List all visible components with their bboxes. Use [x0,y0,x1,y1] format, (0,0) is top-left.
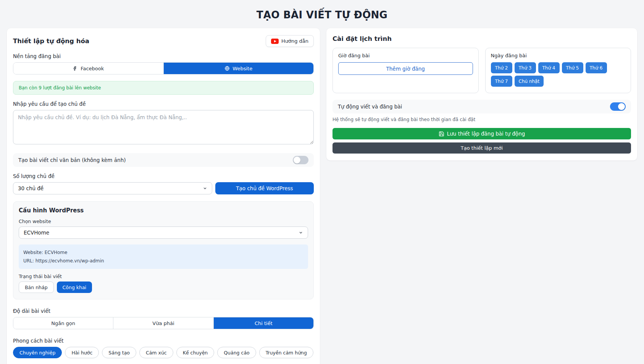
site-info-website-line: Website: ECVHome [23,248,303,257]
schedule-heading: Cài đặt lịch trình [332,35,631,42]
wordpress-config: Cấu hình WordPress Chọn website ECVHome … [13,201,314,299]
auto-post-caption: Hệ thống sẽ tự động viết và đăng bài the… [332,117,631,122]
day-button-sat[interactable]: Thứ 7 [491,76,512,87]
length-group: Ngắn gọn Vừa phải Chi tiết [13,317,314,329]
style-pill-humorous[interactable]: Hài hước [65,347,99,358]
length-label: Độ dài bài viết [13,308,314,314]
guide-button-label: Hướng dẫn [281,38,308,44]
platform-facebook-label: Facebook [81,66,104,71]
automation-heading: Thiết lập tự động hóa [13,37,89,45]
auto-post-toggle-label: Tự động viết và đăng bài [338,104,402,110]
wordpress-heading: Cấu hình WordPress [19,207,308,214]
style-pill-advertising[interactable]: Quảng cáo [217,347,256,358]
length-medium-button[interactable]: Vừa phải [113,317,213,329]
page-title: TẠO BÀI VIẾT TỰ ĐỘNG [0,0,644,28]
day-button-sun[interactable]: Chủ nhật [515,76,544,87]
facebook-icon [73,66,78,71]
style-pill-professional[interactable]: Chuyên nghiệp [13,347,62,358]
guide-button[interactable]: Hướng dẫn [266,35,314,47]
style-pill-storytelling[interactable]: Kể chuyện [176,347,215,358]
day-button-thu[interactable]: Thứ 5 [562,62,583,73]
text-only-toggle-label: Tạo bài viết chỉ văn bản (không kèm ảnh) [18,157,126,163]
status-draft-button[interactable]: Bản nháp [19,281,54,293]
platform-label: Nền tảng đăng bài [13,53,314,59]
site-select[interactable]: ECVHome [19,226,308,239]
chevron-down-icon [299,230,303,235]
post-status-label: Trạng thái bài viết [19,273,308,279]
day-button-wed[interactable]: Thứ 4 [538,62,560,73]
globe-icon [224,66,230,71]
site-select-label: Chọn website [19,218,308,224]
topic-count-label: Số lượng chủ đề [13,173,314,179]
posting-time-box: Giờ đăng bài Thêm giờ đăng [332,48,479,93]
style-pill-emotional[interactable]: Cảm xúc [139,347,173,358]
platform-website-label: Website [232,66,252,71]
topic-count-select[interactable]: 30 chủ đề [13,182,212,194]
youtube-icon [271,39,279,44]
posting-day-box: Ngày đăng bài Thứ 2 Thứ 3 Thứ 4 Thứ 5 Th… [485,48,631,93]
topic-count-value: 30 chủ đề [18,185,44,191]
chevron-down-icon [203,186,207,191]
save-icon [439,131,444,137]
style-pill-row: Chuyên nghiệp Hài hước Sáng tạo Cảm xúc … [13,347,314,358]
site-info-box: Website: ECVHome URL: https://ecvhome.vn… [19,244,308,269]
automation-panel: Thiết lập tự động hóa Hướng dẫn Nền tảng… [7,28,320,364]
day-button-fri[interactable]: Thứ 6 [586,62,607,73]
platform-facebook-button[interactable]: Facebook [13,63,164,74]
status-publish-button[interactable]: Công khai [57,281,92,293]
topic-request-label: Nhập yêu cầu để tạo chủ đề [13,101,314,107]
platform-group: Facebook Website [13,62,314,74]
create-topics-button[interactable]: Tạo chủ đề WordPress [215,182,314,194]
day-button-tue[interactable]: Thứ 3 [515,62,536,73]
day-button-mon[interactable]: Thứ 2 [491,62,512,73]
length-short-button[interactable]: Ngắn gọn [13,317,113,329]
site-info-url-value: https://ecvhome.vn/wp-admin [36,258,104,264]
auto-post-toggle[interactable] [610,102,626,111]
save-settings-label: Lưu thiết lập đăng bài tự động [447,131,525,137]
site-info-website-label: Website: [23,250,43,255]
save-settings-button[interactable]: Lưu thiết lập đăng bài tự động [332,128,631,139]
topic-request-textarea[interactable] [13,110,314,144]
schedule-panel: Cài đặt lịch trình Giờ đăng bài Thêm giờ… [326,28,637,160]
style-pill-creative[interactable]: Sáng tạo [102,347,136,358]
posting-time-label: Giờ đăng bài [338,53,473,58]
auto-post-toggle-row: Tự động viết và đăng bài [332,100,631,113]
quota-notice: Bạn còn 9 lượt đăng bài lên website [13,81,314,95]
site-info-url-line: URL: https://ecvhome.vn/wp-admin [23,257,303,265]
text-only-toggle[interactable] [293,156,308,164]
style-label: Phong cách bài viết [13,338,314,344]
platform-website-button[interactable]: Website [164,63,314,74]
add-time-button[interactable]: Thêm giờ đăng [338,62,473,75]
style-pill-inspirational[interactable]: Truyền cảm hứng [259,347,313,358]
new-settings-button[interactable]: Tạo thiết lập mới [332,142,631,154]
site-info-url-label: URL: [23,258,34,264]
text-only-toggle-row: Tạo bài viết chỉ văn bản (không kèm ảnh) [13,153,314,167]
site-select-value: ECVHome [24,230,49,236]
posting-day-label: Ngày đăng bài [491,53,626,58]
day-button-row: Thứ 2 Thứ 3 Thứ 4 Thứ 5 Thứ 6 Thứ 7 Chủ … [491,62,626,87]
site-info-website-value: ECVHome [45,250,68,255]
page: TẠO BÀI VIẾT TỰ ĐỘNG Thiết lập tự động h… [0,0,644,364]
length-detailed-button[interactable]: Chi tiết [214,317,313,329]
